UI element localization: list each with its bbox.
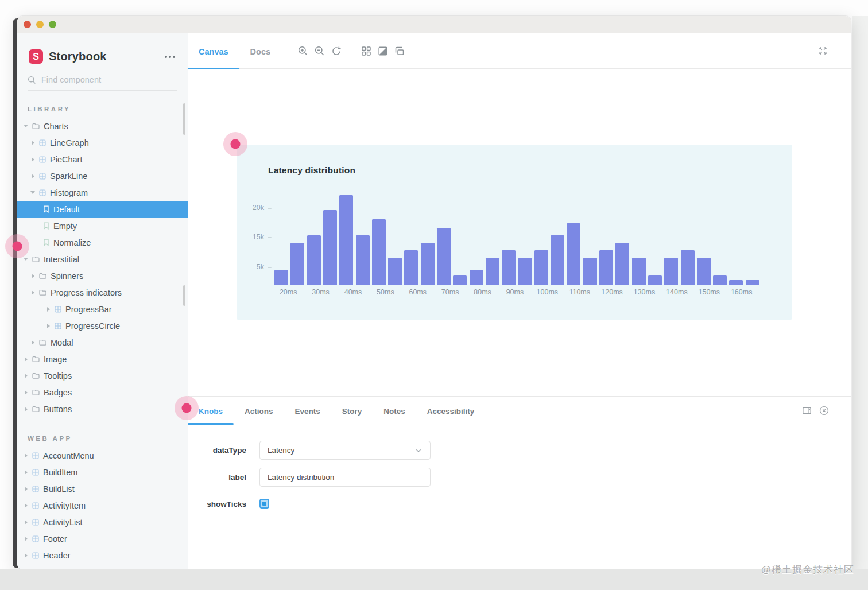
chart-title: Latency distribution (268, 165, 355, 176)
sidebar-item-tooltips[interactable]: Tooltips (17, 367, 188, 384)
hotspot-marker[interactable] (175, 396, 199, 420)
sidebar-item-sparkline[interactable]: SparkLine (17, 168, 188, 184)
search-icon (28, 76, 36, 84)
sidebar-item-buttons[interactable]: Buttons (17, 401, 188, 417)
chevron-right-icon[interactable] (23, 390, 29, 395)
chevron-right-icon[interactable] (23, 407, 29, 412)
chevron-right-icon[interactable] (30, 274, 36, 278)
component-tree: LIBRARYChartsLineGraphPieChartSparkLineH… (17, 101, 188, 564)
chevron-right-icon[interactable] (30, 290, 36, 295)
addon-tab-story[interactable]: Story (331, 397, 373, 425)
zoom-window-button[interactable] (49, 21, 56, 28)
histogram-bar (307, 235, 321, 285)
sidebar-item-linegraph[interactable]: LineGraph (17, 134, 188, 151)
sidebar-item-modal[interactable]: Modal (17, 334, 188, 351)
page-right-margin (852, 16, 868, 569)
hotspot-marker[interactable] (5, 234, 29, 258)
histogram-bar (697, 258, 711, 285)
addon-tab-events[interactable]: Events (284, 397, 331, 425)
sidebar-item-accountmenu[interactable]: AccountMenu (17, 447, 188, 464)
sidebar-item-default[interactable]: Default (17, 201, 188, 218)
histogram-bar (648, 275, 662, 285)
folder-icon (32, 372, 40, 379)
hotspot-marker[interactable] (223, 132, 247, 156)
histogram-bar (551, 235, 564, 285)
label-input[interactable] (268, 473, 423, 482)
x-tick-label: 60ms (402, 288, 434, 296)
sidebar-item-activitylist[interactable]: ActivityList (17, 514, 188, 530)
chevron-right-icon[interactable] (23, 470, 29, 475)
chevron-right-icon[interactable] (23, 553, 29, 558)
chevron-right-icon[interactable] (23, 357, 29, 362)
addon-tab-actions[interactable]: Actions (234, 397, 284, 425)
sidebar-scrollbar-thumb[interactable] (183, 285, 185, 306)
histogram-bar (664, 258, 678, 285)
sidebar-item-activityitem[interactable]: ActivityItem (17, 497, 188, 514)
sidebar-item-spinners[interactable]: Spinners (17, 267, 188, 284)
sidebar-item-label: Progress indicators (51, 288, 122, 297)
chevron-right-icon[interactable] (45, 307, 51, 312)
zoom-in-icon[interactable] (294, 42, 311, 60)
close-window-button[interactable] (24, 21, 31, 28)
sidebar-item-empty[interactable]: Empty (17, 218, 188, 234)
close-panel-icon[interactable] (815, 397, 832, 425)
chevron-right-icon[interactable] (23, 537, 29, 541)
tab-canvas[interactable]: Canvas (188, 33, 239, 69)
zoom-reset-icon[interactable] (328, 42, 344, 60)
minimize-window-button[interactable] (36, 21, 44, 28)
chevron-down-icon[interactable] (30, 191, 36, 194)
sidebar-item-histogram[interactable]: Histogram (17, 184, 188, 201)
chevron-down-icon[interactable] (23, 125, 29, 127)
chevron-down-icon[interactable] (23, 258, 29, 261)
search-input[interactable]: Find component (28, 75, 177, 91)
sidebar-item-normalize[interactable]: Normalize (17, 234, 188, 251)
sidebar-item-image[interactable]: Image (17, 351, 188, 367)
grid-icon[interactable] (358, 42, 374, 60)
sidebar-item-progressbar[interactable]: ProgressBar (17, 301, 188, 317)
sidebar-item-badges[interactable]: Badges (17, 384, 188, 401)
chevron-right-icon[interactable] (23, 487, 29, 491)
histogram-bar (274, 270, 288, 285)
histogram-bar (518, 258, 532, 285)
tab-docs[interactable]: Docs (239, 33, 281, 69)
chevron-right-icon[interactable] (23, 503, 29, 508)
sidebar-item-label: Interstitial (44, 255, 79, 264)
fullscreen-icon[interactable] (815, 42, 831, 60)
showticks-checkbox[interactable] (259, 499, 269, 509)
datatype-select[interactable]: Latency (259, 441, 431, 460)
chevron-right-icon[interactable] (23, 520, 29, 525)
sidebar-item-interstitial[interactable]: Interstitial (17, 251, 188, 267)
sidebar-item-piechart[interactable]: PieChart (17, 151, 188, 168)
chevron-right-icon[interactable] (30, 340, 36, 345)
main-area: CanvasDocs (188, 33, 851, 569)
histogram-bar (681, 250, 695, 285)
addon-tab-notes[interactable]: Notes (373, 397, 416, 425)
viewport-icon[interactable] (391, 42, 408, 60)
sidebar-scrollbar-thumb[interactable] (183, 103, 185, 135)
sidebar-item-footer[interactable]: Footer (17, 530, 188, 547)
sidebar-item-progresscircle[interactable]: ProgressCircle (17, 317, 188, 334)
x-tick-label: 80ms (466, 288, 498, 296)
histogram-bar (339, 195, 353, 285)
sidebar-item-progress-indicators[interactable]: Progress indicators (17, 284, 188, 301)
sidebar-item-label: Badges (44, 388, 72, 397)
chevron-right-icon[interactable] (45, 324, 51, 328)
chevron-right-icon[interactable] (23, 374, 29, 378)
contrast-icon[interactable] (374, 42, 391, 60)
split-panel-icon[interactable] (798, 397, 815, 425)
folder-icon (39, 289, 46, 296)
y-tick-label: 20k (241, 204, 264, 212)
chevron-right-icon[interactable] (30, 141, 36, 145)
chevron-right-icon[interactable] (30, 157, 36, 162)
chevron-right-icon[interactable] (23, 453, 29, 458)
ellipsis-icon[interactable] (164, 52, 176, 61)
addon-panel: KnobsActionsEventsStoryNotesAccessibilit… (188, 396, 851, 569)
chevron-right-icon[interactable] (30, 174, 36, 178)
sidebar-item-header[interactable]: Header (17, 547, 188, 564)
sidebar-item-charts[interactable]: Charts (17, 118, 188, 134)
zoom-out-icon[interactable] (311, 42, 328, 60)
component-icon (39, 156, 46, 163)
sidebar-item-buildlist[interactable]: BuildList (17, 480, 188, 497)
sidebar-item-builditem[interactable]: BuildItem (17, 464, 188, 480)
addon-tab-accessibility[interactable]: Accessibility (416, 397, 486, 425)
